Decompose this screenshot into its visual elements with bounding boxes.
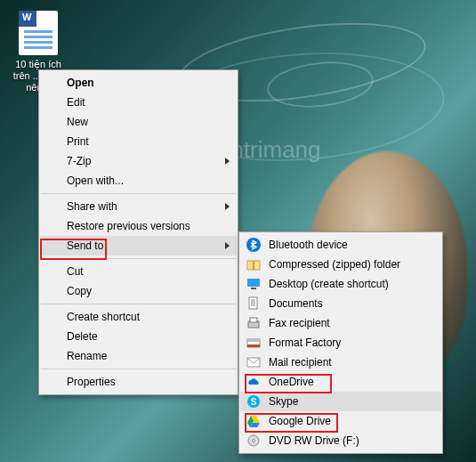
sendto-mail[interactable]: Mail recipient: [240, 353, 441, 372]
svg-rect-11: [250, 318, 257, 322]
svg-text:S: S: [251, 397, 257, 407]
menu-create-shortcut[interactable]: Create shortcut: [40, 307, 237, 327]
menu-7zip[interactable]: 7-Zip: [40, 151, 237, 171]
zip-folder-icon: [246, 257, 261, 272]
chevron-right-icon: [225, 203, 230, 210]
sendto-bluetooth[interactable]: Bluetooth device: [240, 235, 441, 255]
sendto-fax[interactable]: Fax recipient: [240, 313, 441, 333]
sendto-format-factory[interactable]: Format Factory: [240, 333, 441, 353]
menu-restore-versions[interactable]: Restore previous versions: [40, 216, 237, 236]
mail-icon: [246, 355, 261, 369]
separator: [41, 193, 236, 194]
svg-rect-14: [247, 344, 260, 347]
menu-open-with[interactable]: Open with...: [40, 171, 237, 190]
bluetooth-icon: [246, 238, 261, 252]
sendto-skype[interactable]: S Skype: [240, 392, 441, 411]
svg-rect-8: [251, 288, 256, 289]
desktop-icon: [246, 277, 261, 291]
skype-icon: S: [246, 394, 261, 409]
google-drive-icon: [246, 414, 261, 428]
separator: [41, 369, 236, 369]
separator: [41, 304, 236, 304]
sendto-compressed[interactable]: Compressed (zipped) folder: [240, 255, 441, 274]
svg-rect-7: [247, 279, 260, 287]
menu-rename[interactable]: Rename: [40, 346, 237, 366]
svg-point-19: [253, 440, 255, 442]
menu-open[interactable]: Open: [40, 73, 237, 93]
menu-copy[interactable]: Copy: [40, 281, 237, 301]
context-menu: Open Edit New Print 7-Zip Open with... S…: [38, 69, 238, 395]
sendto-google-drive[interactable]: Google Drive: [240, 411, 441, 431]
onedrive-icon: [246, 375, 261, 389]
menu-properties[interactable]: Properties: [40, 372, 237, 392]
menu-send-to[interactable]: Send to: [40, 236, 237, 255]
word-doc-icon: [19, 11, 58, 55]
menu-edit[interactable]: Edit: [40, 93, 237, 112]
sendto-submenu: Bluetooth device Compressed (zipped) fol…: [238, 231, 443, 454]
chevron-right-icon: [225, 158, 230, 165]
svg-rect-6: [253, 261, 254, 270]
fax-icon: [246, 316, 261, 330]
sendto-dvd-drive[interactable]: DVD RW Drive (F:): [240, 431, 441, 450]
menu-delete[interactable]: Delete: [40, 327, 237, 346]
separator: [41, 258, 236, 259]
menu-share-with[interactable]: Share with: [40, 197, 237, 216]
dvd-drive-icon: [246, 434, 261, 448]
format-factory-icon: [246, 336, 261, 350]
menu-cut[interactable]: Cut: [40, 262, 237, 281]
sendto-desktop[interactable]: Desktop (create shortcut): [240, 274, 441, 294]
svg-rect-13: [247, 339, 260, 342]
chevron-right-icon: [225, 242, 230, 249]
menu-print[interactable]: Print: [40, 132, 237, 151]
menu-new[interactable]: New: [40, 112, 237, 132]
documents-icon: [246, 296, 261, 311]
sendto-onedrive[interactable]: OneDrive: [240, 372, 441, 392]
sendto-documents[interactable]: Documents: [240, 294, 441, 313]
